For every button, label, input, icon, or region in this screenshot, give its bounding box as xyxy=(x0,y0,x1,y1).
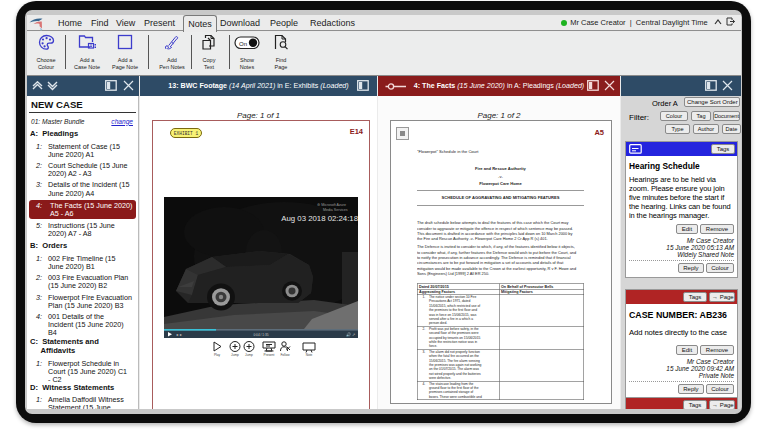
svg-text:Jump: Jump xyxy=(231,353,239,357)
svg-text:🔊: 🔊 xyxy=(346,332,351,337)
svg-text:↗: ↗ xyxy=(352,332,355,337)
svg-text:0:04 / 1:35: 0:04 / 1:35 xyxy=(253,333,268,337)
svg-text:Media Services: Media Services xyxy=(323,208,348,212)
svg-text:On: On xyxy=(239,41,247,47)
svg-text:Note: Note xyxy=(306,353,313,357)
svg-text:Follow: Follow xyxy=(280,353,290,357)
svg-text:►►: ►► xyxy=(176,333,183,337)
svg-text:⚙ Microsoft Azure: ⚙ Microsoft Azure xyxy=(317,203,346,207)
svg-text:Play: Play xyxy=(214,353,221,357)
svg-text:Aug 03 2018 02:24:18: Aug 03 2018 02:24:18 xyxy=(281,214,358,223)
svg-text:Present: Present xyxy=(264,353,275,357)
svg-text:Jump: Jump xyxy=(245,353,253,357)
